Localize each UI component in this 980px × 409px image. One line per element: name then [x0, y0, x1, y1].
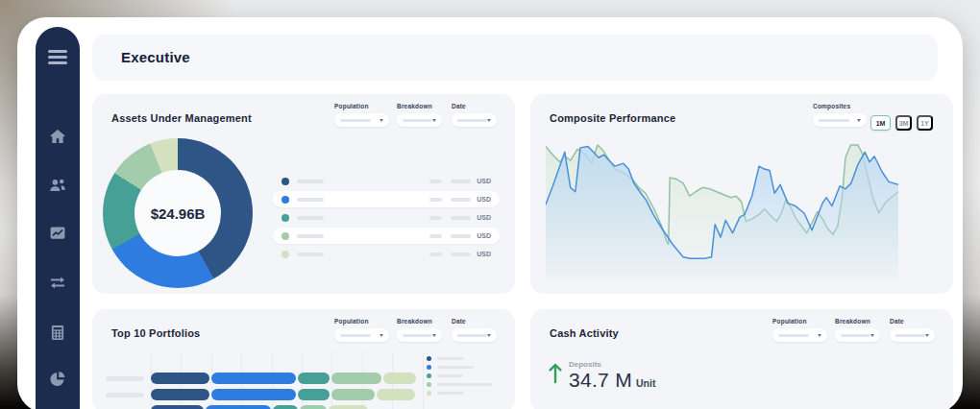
sidebar-item-home[interactable]	[48, 127, 68, 147]
deposits-label: Deposits	[569, 360, 601, 369]
calculator-icon	[48, 323, 68, 343]
chevron-down-icon	[380, 334, 383, 337]
date-filter: Date	[452, 318, 497, 342]
currency-label: USD	[477, 196, 491, 203]
value-placeholder	[451, 234, 471, 238]
breakdown-filter: Breakdown	[835, 318, 880, 342]
sidebar-item-allocation[interactable]	[48, 369, 68, 389]
value-placeholder	[451, 198, 471, 202]
composites-filter: Composites	[813, 103, 867, 127]
value-placeholder	[429, 234, 442, 238]
top10-legend-entry	[427, 365, 493, 370]
donut-hole: $24.96B	[135, 170, 221, 256]
population-select[interactable]	[334, 328, 389, 342]
breakdown-select[interactable]	[397, 328, 442, 342]
top10-legend-entry	[427, 382, 493, 387]
breakdown-filter: Breakdown	[397, 103, 442, 127]
bar-segment	[377, 389, 415, 400]
legend-dot	[282, 178, 289, 185]
page-header: Executive	[92, 35, 938, 81]
legend-dot	[282, 232, 289, 240]
composites-select[interactable]	[813, 113, 867, 127]
aum-legend-row: USD	[273, 228, 500, 244]
value-placeholder	[429, 216, 442, 220]
legend-dot	[427, 391, 431, 396]
bar-track	[151, 389, 423, 400]
bar-track	[151, 373, 423, 384]
currency-label: USD	[477, 232, 491, 239]
menu-icon[interactable]	[48, 50, 67, 67]
row-label-placeholder	[106, 376, 144, 381]
bar-segment	[151, 389, 209, 400]
population-filter: Population	[772, 318, 827, 342]
bar-segment	[151, 405, 204, 409]
card-top10-portfolios: Top 10 Portfolios Population Breakdown D…	[92, 309, 515, 409]
bar-segment	[273, 405, 298, 409]
value-placeholder	[429, 253, 442, 256]
legend-dot	[427, 365, 431, 370]
date-filter: Date	[452, 103, 497, 127]
legend-label-placeholder	[297, 216, 324, 220]
range-buttons: 1M 3M 1Y	[870, 115, 933, 131]
filter-label: Population	[334, 318, 389, 325]
bar-segment	[298, 389, 330, 400]
top10-legend-entry	[427, 356, 493, 361]
range-button-1m[interactable]: 1M	[870, 115, 891, 131]
aum-legend-row: USD	[273, 209, 500, 226]
sidebar-item-clients[interactable]	[48, 175, 68, 195]
legend-dot	[282, 196, 289, 204]
range-button-1y[interactable]: 1Y	[917, 115, 933, 131]
currency-label: USD	[477, 214, 491, 221]
date-select[interactable]	[452, 113, 497, 127]
breakdown-filter: Breakdown	[397, 318, 442, 342]
aum-legend-row: USD	[273, 191, 500, 207]
population-select[interactable]	[772, 328, 827, 342]
range-button-3m[interactable]: 3M	[895, 115, 912, 131]
chevron-down-icon	[487, 334, 491, 337]
sidebar-item-performance[interactable]	[48, 223, 68, 243]
legend-dot	[427, 356, 431, 361]
arrow-up-icon	[548, 363, 563, 384]
legend-label-placeholder	[297, 234, 324, 238]
currency-label: USD	[477, 251, 491, 257]
bar-segment	[211, 373, 296, 384]
date-select[interactable]	[890, 328, 935, 342]
legend-dot	[427, 373, 431, 378]
bar-segment	[211, 389, 296, 400]
sidebar	[36, 27, 80, 409]
top10-legend	[427, 356, 493, 399]
card-assets-under-management: Assets Under Management Population Break…	[92, 94, 515, 294]
value-placeholder	[451, 180, 471, 183]
legend-label-placeholder	[437, 374, 463, 377]
filter-label: Date	[452, 318, 497, 325]
portfolio-row	[106, 405, 509, 409]
date-select[interactable]	[452, 328, 497, 342]
date-filter: Date	[890, 318, 935, 342]
filter-label: Population	[334, 103, 389, 109]
filter-label: Population	[772, 318, 827, 325]
bar-segment	[298, 373, 330, 384]
card-title: Assets Under Management	[111, 112, 252, 124]
chevron-down-icon	[487, 119, 491, 122]
sidebar-item-transactions[interactable]	[48, 273, 68, 293]
users-icon	[48, 175, 68, 195]
sidebar-item-calculator[interactable]	[48, 323, 68, 343]
value-placeholder	[429, 198, 442, 202]
breakdown-select[interactable]	[835, 328, 880, 342]
card-title: Cash Activity	[550, 327, 619, 339]
top10-legend-entry	[427, 391, 493, 396]
population-select[interactable]	[334, 113, 389, 127]
bar-segment	[329, 405, 368, 409]
legend-label-placeholder	[297, 198, 324, 202]
composite-line-chart	[546, 139, 898, 281]
value-placeholder	[451, 216, 471, 220]
bar-segment	[300, 405, 327, 409]
chart-box-icon	[48, 223, 68, 243]
page-title: Executive	[92, 35, 938, 81]
aum-donut-chart: $24.96B	[103, 138, 253, 288]
dashboard: Executive Assets Under Management Popula…	[0, 0, 980, 409]
population-filter: Population	[334, 318, 389, 342]
deposits-value: 34.7 M Unit	[569, 369, 655, 392]
breakdown-select[interactable]	[397, 113, 442, 127]
deposits-amount: 34.7 M	[569, 369, 632, 392]
